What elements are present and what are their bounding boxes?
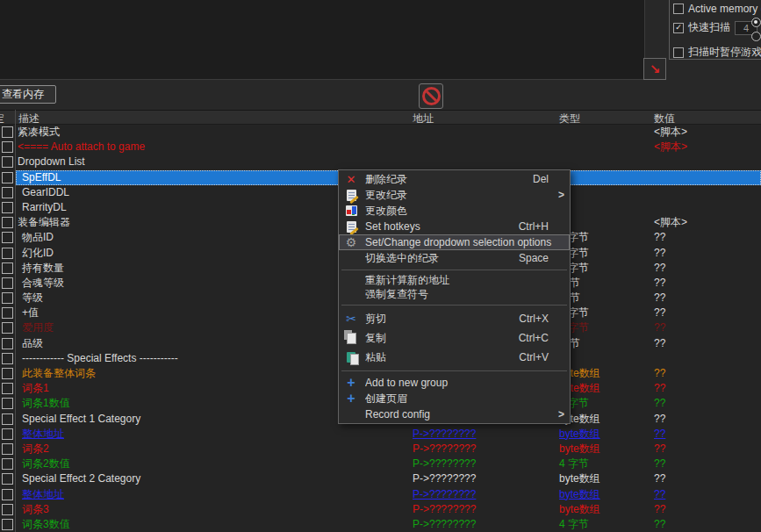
row-value: ?? (654, 291, 665, 305)
row-freeze-checkbox[interactable] (2, 368, 13, 379)
row-freeze-checkbox[interactable] (2, 383, 13, 394)
row-description: ------------ Special Effects ----------- (22, 352, 178, 365)
menu-item[interactable]: 切换选中的纪录Space (339, 250, 570, 266)
row-type: byte数组 (559, 503, 600, 516)
row-address: P->???????? (413, 442, 476, 456)
row-value: ?? (654, 518, 665, 531)
column-type[interactable]: 类型 (559, 111, 580, 125)
row-freeze-checkbox[interactable] (2, 428, 13, 440)
row-freeze-checkbox[interactable] (2, 519, 13, 530)
table-row[interactable]: Special Effect 2 CategoryP->????????byte… (0, 471, 761, 486)
fast-scan-checkbox[interactable]: ✓ (673, 23, 684, 33)
menu-item-label: 创建页眉 (365, 392, 556, 406)
menu-item[interactable]: 重新计算新的地址 (339, 274, 570, 288)
row-freeze-checkbox[interactable] (2, 353, 13, 364)
view-memory-button[interactable]: 查看内存 (0, 85, 56, 104)
row-freeze-checkbox[interactable] (2, 141, 13, 153)
row-freeze-checkbox[interactable] (2, 126, 13, 138)
table-row[interactable]: 词条2P->????????byte数组?? (0, 442, 761, 457)
menu-shortcut: Ctrl+H (519, 220, 549, 233)
row-freeze-checkbox[interactable] (2, 338, 13, 349)
edit-record-icon (344, 219, 358, 234)
menu-item[interactable]: 复制Ctrl+C (339, 328, 570, 348)
menu-item[interactable]: ✂剪切Ctrl+X (339, 309, 570, 328)
menu-item[interactable]: +Add to new group (339, 375, 570, 391)
table-row[interactable]: 词条2数值P->????????4 字节?? (0, 457, 761, 471)
menu-item[interactable]: ⚙Set/Change dropdown selection options (339, 234, 570, 250)
table-row[interactable]: Dropdown List (0, 155, 761, 169)
menu-item[interactable]: +创建页眉 (339, 391, 570, 406)
menu-item[interactable]: 更改颜色 (339, 203, 570, 219)
table-row[interactable]: 紧凑模式<脚本> (0, 125, 761, 140)
scan-results-area[interactable] (0, 0, 645, 80)
menu-shortcut: Ctrl+C (519, 332, 549, 344)
row-freeze-checkbox[interactable] (2, 202, 13, 213)
table-row[interactable]: 整体地址P->????????byte数组?? (0, 427, 761, 442)
menu-item[interactable]: ✕删除纪录Del (339, 171, 570, 187)
row-freeze-checkbox[interactable] (2, 277, 13, 289)
row-description: 词条3数值 (22, 518, 70, 531)
row-address: P->???????? (413, 457, 476, 471)
row-description: 紧凑模式 (18, 126, 60, 139)
table-row[interactable]: <==== Auto attach to game<脚本> (0, 140, 761, 155)
active-memory-label: Active memory o (688, 3, 761, 15)
scan-align-radio-unselected[interactable] (751, 32, 761, 41)
row-freeze-checkbox[interactable] (2, 172, 13, 183)
menu-item-label: 复制 (365, 331, 512, 346)
menu-shortcut: Ctrl+X (519, 313, 549, 325)
change-color-icon (344, 204, 358, 218)
row-address: P->???????? (413, 518, 476, 531)
row-freeze-checkbox[interactable] (2, 307, 13, 319)
menu-item[interactable]: 更改纪录> (339, 187, 570, 203)
row-description: 此装备整体词条 (22, 367, 96, 380)
row-value: <脚本> (654, 216, 687, 229)
context-menu: ✕删除纪录Del更改纪录>更改颜色Set hotkeysCtrl+H⚙Set/C… (338, 169, 571, 424)
row-freeze-checkbox[interactable] (2, 489, 13, 500)
attach-arrow-button[interactable]: ↘ (643, 58, 666, 80)
stop-scan-button[interactable] (419, 83, 443, 109)
table-row[interactable]: 词条3数值P->????????4 字节?? (0, 517, 761, 532)
row-address: P->???????? (413, 472, 476, 485)
row-freeze-checkbox[interactable] (2, 262, 13, 274)
column-value[interactable]: 数值 (654, 111, 675, 125)
row-freeze-checkbox[interactable] (2, 217, 13, 228)
row-freeze-checkbox[interactable] (2, 504, 13, 515)
table-row[interactable]: 整体地址P->????????byte数组?? (0, 487, 761, 502)
row-freeze-checkbox[interactable] (2, 232, 13, 243)
column-lock[interactable]: 定 (0, 111, 4, 125)
row-freeze-checkbox[interactable] (2, 187, 13, 198)
row-freeze-checkbox[interactable] (2, 443, 13, 455)
row-freeze-checkbox[interactable] (2, 156, 13, 168)
row-value: <脚本> (654, 140, 687, 154)
menu-separator (341, 370, 567, 371)
cheat-table-window: ↘ Active memory o ✓ 快速扫描 4 扫描时暂停游戏 查看内存 … (0, 0, 761, 532)
menu-item[interactable]: 粘贴Ctrl+V (339, 348, 570, 367)
pause-game-checkbox[interactable] (673, 47, 684, 58)
menu-item[interactable]: Record config> (339, 406, 570, 422)
submenu-arrow-icon: > (556, 408, 564, 421)
menu-item[interactable]: Set hotkeysCtrl+H (339, 219, 570, 234)
menu-item[interactable]: 强制复查符号 (339, 288, 570, 302)
row-description: 合魂等级 (22, 277, 64, 290)
menu-item-label: 重新计算新的地址 (365, 273, 556, 288)
menu-item-label: 更改颜色 (365, 204, 556, 219)
scan-align-radio-selected[interactable] (751, 18, 761, 27)
row-freeze-checkbox[interactable] (2, 248, 13, 259)
active-memory-checkbox[interactable] (673, 4, 684, 14)
pause-game-label: 扫描时暂停游戏 (688, 45, 761, 60)
row-freeze-checkbox[interactable] (2, 292, 13, 304)
column-description[interactable]: 描述 (18, 111, 39, 125)
row-freeze-checkbox[interactable] (2, 398, 13, 409)
row-type: byte数组 (559, 472, 600, 485)
row-freeze-checkbox[interactable] (2, 473, 13, 485)
row-value: ?? (654, 306, 665, 320)
row-description: 词条1 (22, 382, 49, 395)
column-address[interactable]: 地址 (413, 111, 434, 125)
row-value: ?? (654, 231, 665, 244)
table-row[interactable]: 词条3P->????????byte数组?? (0, 502, 761, 517)
row-freeze-checkbox[interactable] (2, 458, 13, 470)
gear-icon: ⚙ (344, 235, 358, 249)
menu-shortcut: Ctrl+V (519, 351, 549, 363)
row-freeze-checkbox[interactable] (2, 322, 13, 334)
row-freeze-checkbox[interactable] (2, 413, 13, 425)
